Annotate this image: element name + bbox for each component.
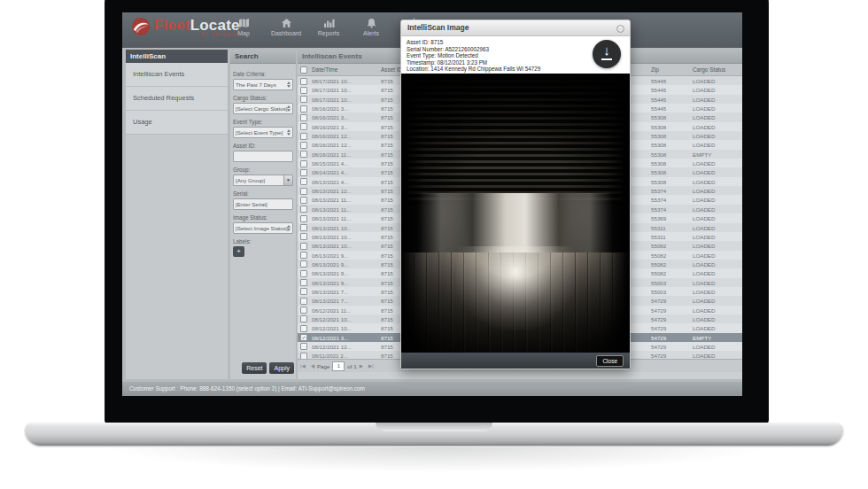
app-screen: FleetLocate BY SPIREON Map Dashboard bbox=[122, 12, 742, 396]
nav-item-alerts[interactable]: Alerts bbox=[350, 18, 392, 36]
image-status-select[interactable]: [Select Image Status] bbox=[233, 222, 293, 234]
row-checkbox[interactable] bbox=[300, 78, 307, 85]
bar-chart-icon bbox=[323, 18, 335, 28]
cargo-status-label: Cargo Status: bbox=[233, 95, 293, 101]
metadata-line: Location: 1414 Kennedy Rd Chippewa Falls… bbox=[407, 66, 624, 73]
search-panel: Search Date Criteria: The Past 7 Days Ca… bbox=[230, 50, 296, 379]
dialog-title: IntelliScan Image bbox=[407, 23, 469, 32]
page-input[interactable]: 1 bbox=[332, 361, 345, 371]
row-checkbox[interactable] bbox=[300, 123, 307, 130]
row-checkbox[interactable] bbox=[300, 169, 307, 176]
dialog-titlebar: IntelliScan Image bbox=[401, 20, 630, 36]
close-button[interactable]: Close bbox=[596, 355, 624, 367]
row-checkbox[interactable] bbox=[300, 315, 307, 322]
col-asset: Asset ID bbox=[381, 66, 402, 73]
cargo-status-select[interactable]: [Select Cargo Status] bbox=[233, 103, 293, 114]
sidebar-header: IntelliScan bbox=[126, 50, 228, 63]
nav-item-map[interactable]: Map bbox=[222, 18, 265, 36]
last-page-icon[interactable]: ▶| bbox=[368, 363, 374, 369]
page-label: Page bbox=[317, 363, 329, 369]
bell-icon bbox=[366, 18, 377, 28]
sidebar-item[interactable]: Usage bbox=[126, 111, 228, 135]
serial-label: Serial: bbox=[233, 190, 293, 197]
chevron-down-icon[interactable]: ▼ bbox=[283, 175, 292, 185]
row-checkbox[interactable] bbox=[300, 224, 307, 231]
reset-button[interactable]: Reset bbox=[242, 362, 267, 374]
laptop-reflection bbox=[80, 447, 788, 474]
labels-label: Labels: bbox=[233, 238, 293, 244]
serial-input[interactable] bbox=[236, 199, 291, 209]
map-icon bbox=[238, 18, 250, 28]
dialog-footer: Close bbox=[401, 353, 630, 369]
spinner-icon bbox=[287, 82, 291, 88]
select-all-checkbox[interactable] bbox=[300, 66, 307, 74]
col-cargo: Cargo Status bbox=[693, 66, 725, 73]
row-checkbox[interactable] bbox=[300, 288, 307, 295]
row-checkbox[interactable] bbox=[300, 233, 307, 240]
trailer-interior-photo bbox=[401, 74, 630, 353]
row-checkbox[interactable] bbox=[300, 160, 307, 167]
row-checkbox[interactable] bbox=[300, 215, 307, 222]
close-icon[interactable] bbox=[616, 25, 624, 33]
row-checkbox[interactable] bbox=[300, 343, 307, 350]
row-checkbox[interactable] bbox=[300, 260, 307, 268]
row-checkbox[interactable] bbox=[300, 298, 307, 305]
intelliscan-image-dialog: IntelliScan Image Asset ID: 8715Serial N… bbox=[400, 19, 631, 369]
row-checkbox[interactable] bbox=[300, 252, 307, 259]
image-status-label: Image Status: bbox=[233, 214, 293, 221]
spinner-icon bbox=[287, 105, 291, 112]
row-checkbox[interactable] bbox=[300, 325, 307, 332]
row-checkbox[interactable] bbox=[300, 270, 307, 277]
spinner-icon bbox=[287, 129, 291, 136]
laptop-notch bbox=[376, 423, 492, 431]
sidebar-item[interactable]: Intelliscan Events bbox=[126, 63, 228, 87]
search-header: Search bbox=[230, 50, 296, 64]
first-page-icon[interactable]: |◀ bbox=[300, 363, 306, 369]
row-checkbox[interactable] bbox=[300, 142, 307, 149]
row-checkbox[interactable] bbox=[300, 243, 307, 250]
asset-id-field bbox=[233, 151, 293, 162]
col-zip: Zip bbox=[651, 66, 659, 73]
support-footer: Customer Support : Phone: 888-624-1350 (… bbox=[122, 382, 742, 396]
intelliscan-sidebar: IntelliScan Intelliscan EventsScheduled … bbox=[126, 50, 228, 379]
row-checkbox[interactable] bbox=[300, 188, 307, 195]
row-checkbox[interactable] bbox=[300, 279, 307, 286]
home-icon bbox=[281, 18, 292, 28]
asset-id-input[interactable] bbox=[236, 151, 291, 161]
row-checkbox[interactable] bbox=[300, 133, 307, 140]
download-icon: ↓ bbox=[593, 40, 621, 61]
group-select[interactable]: [Any Group]▼ bbox=[233, 175, 293, 186]
prev-page-icon[interactable]: ◀ bbox=[311, 363, 314, 369]
asset-id-label: Asset ID: bbox=[233, 143, 293, 149]
serial-field bbox=[233, 198, 293, 210]
event-type-label: Event Type: bbox=[233, 119, 293, 125]
sidebar-item[interactable]: Scheduled Requests bbox=[126, 87, 228, 111]
fleetlocate-swoosh-icon bbox=[131, 17, 151, 36]
nav-item-dashboard[interactable]: Dashboard bbox=[265, 18, 307, 36]
laptop-mockup: FleetLocate BY SPIREON Map Dashboard bbox=[0, 0, 868, 489]
event-type-select[interactable]: [Select Event Type] bbox=[233, 127, 293, 138]
col-date: Date/Time bbox=[312, 66, 337, 73]
row-checkbox[interactable] bbox=[300, 114, 307, 121]
row-checkbox[interactable] bbox=[300, 178, 307, 185]
row-checkbox[interactable] bbox=[300, 307, 307, 314]
apply-button[interactable]: Apply bbox=[269, 362, 294, 374]
row-checkbox[interactable] bbox=[300, 151, 307, 158]
group-label: Group: bbox=[233, 167, 293, 173]
date-criteria-select[interactable]: The Past 7 Days bbox=[233, 79, 293, 90]
add-label-button[interactable]: + bbox=[233, 246, 244, 257]
sidebar-items: Intelliscan EventsScheduled RequestsUsag… bbox=[126, 63, 228, 135]
row-checkbox[interactable] bbox=[300, 96, 307, 103]
row-checkbox[interactable] bbox=[300, 197, 307, 204]
nav-item-reports[interactable]: Reports bbox=[307, 18, 350, 36]
next-page-icon[interactable]: ▶ bbox=[360, 363, 363, 369]
row-checkbox[interactable] bbox=[300, 105, 307, 113]
row-checkbox[interactable] bbox=[300, 87, 307, 94]
page-of-label: of 1 bbox=[347, 363, 356, 369]
row-checkbox[interactable] bbox=[300, 206, 307, 213]
date-criteria-label: Date Criteria: bbox=[233, 71, 293, 77]
spinner-icon bbox=[287, 225, 291, 231]
download-button[interactable]: ↓ bbox=[593, 40, 621, 68]
row-checkbox[interactable] bbox=[300, 334, 307, 341]
laptop-base bbox=[25, 423, 843, 446]
